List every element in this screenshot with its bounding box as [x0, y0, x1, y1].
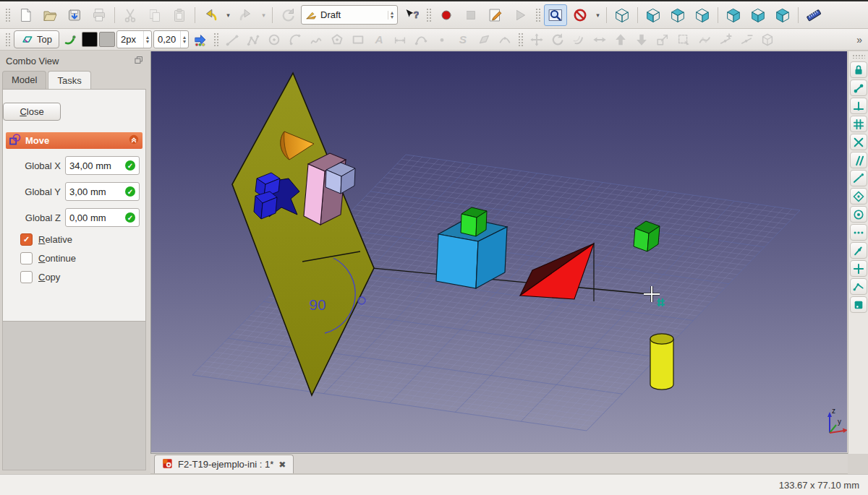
macro-play-button[interactable]	[509, 4, 532, 26]
global-y-input[interactable]: 3,00 mm✓	[65, 182, 140, 201]
draft-dimension-button[interactable]	[390, 30, 409, 48]
draft-rectangle-button[interactable]	[348, 30, 367, 48]
copy-checkbox[interactable]	[20, 271, 33, 283]
line-width-spin-arrows[interactable]: ▴▾	[143, 31, 151, 48]
snap-special-button[interactable]	[850, 242, 867, 259]
snap-near-button[interactable]	[850, 260, 867, 277]
draft-wire-button[interactable]	[243, 30, 263, 48]
new-file-button[interactable]	[14, 4, 37, 26]
snap-lock-button[interactable]	[850, 61, 867, 78]
view-front-button[interactable]	[642, 4, 665, 26]
open-file-button[interactable]	[38, 4, 61, 26]
draft-line-button[interactable]	[222, 30, 242, 48]
draft-circle-button[interactable]	[264, 30, 284, 48]
save-button[interactable]	[63, 4, 86, 26]
workbench-selector[interactable]: Draft▴▾	[301, 5, 398, 25]
fit-all-button[interactable]	[544, 4, 567, 26]
copy-button[interactable]	[143, 4, 166, 26]
draft-downgrade-button[interactable]	[631, 30, 651, 48]
snap-angle-button[interactable]	[850, 188, 867, 205]
toolbar-overflow[interactable]: »	[854, 34, 865, 46]
snap-intersection-button[interactable]	[850, 134, 867, 150]
draft-trimex-button[interactable]	[590, 30, 609, 48]
global-z-input[interactable]: 0,00 mm✓	[65, 208, 140, 227]
draft-scale-button[interactable]	[652, 30, 672, 48]
working-plane-button[interactable]: Top	[14, 30, 59, 48]
undo-dropdown[interactable]: ▾	[224, 6, 233, 25]
cut-button[interactable]	[119, 4, 142, 26]
whats-this-button[interactable]: ?	[399, 4, 422, 26]
snap-parallel-button[interactable]	[850, 152, 867, 168]
refresh-button[interactable]	[276, 4, 299, 26]
macro-stop-button[interactable]	[459, 4, 482, 26]
document-tab[interactable]: F2-T19-ejemplo-ini : 1* ✖	[154, 455, 294, 473]
viewport-3d-scene[interactable]: 90 z y x	[151, 51, 847, 452]
snap-dimensions-button[interactable]	[850, 278, 867, 295]
draft-rotate-button[interactable]	[548, 30, 567, 48]
face-color-swatch[interactable]	[99, 32, 115, 47]
toolbar-grip[interactable]	[518, 33, 523, 47]
text-scale-spin-arrows[interactable]: ▴▾	[180, 31, 188, 48]
draft-bspline-button[interactable]	[306, 30, 326, 48]
view-bottom-button[interactable]	[746, 4, 770, 26]
draft-offset-button[interactable]	[569, 30, 588, 48]
view-rear-button[interactable]	[722, 4, 745, 26]
draft-del-point-button[interactable]	[736, 30, 756, 48]
snap-toolbar-grip[interactable]	[852, 54, 865, 59]
draft-facebinder-button[interactable]	[474, 30, 493, 48]
snap-working-plane-button[interactable]	[850, 296, 867, 313]
combo-spin-arrows[interactable]: ▴▾	[388, 11, 396, 20]
object-green-cube-small[interactable]	[461, 207, 487, 236]
view-top-button[interactable]	[666, 4, 689, 26]
macro-edit-button[interactable]	[484, 4, 507, 26]
tab-tasks[interactable]: Tasks	[48, 71, 90, 90]
draft-arc-button[interactable]	[285, 30, 305, 48]
draft-move-button[interactable]	[527, 30, 546, 48]
measure-button[interactable]	[802, 4, 825, 26]
snap-endpoint-button[interactable]	[850, 79, 867, 96]
toolbar-grip[interactable]	[213, 33, 218, 47]
text-scale-spin[interactable]: 0,20▴▾	[153, 30, 189, 48]
draft-add-point-button[interactable]	[715, 30, 735, 48]
toolbar-grip[interactable]	[5, 8, 10, 22]
draft-polygon-button[interactable]	[327, 30, 346, 48]
snap-center-button[interactable]	[850, 206, 867, 223]
draft-text-button[interactable]: A	[369, 30, 388, 48]
draft-shape2dview-button[interactable]	[757, 30, 777, 48]
snap-perpendicular-button[interactable]	[850, 98, 867, 114]
redo-dropdown[interactable]: ▾	[259, 6, 268, 25]
view-right-button[interactable]	[691, 4, 714, 26]
collapse-icon[interactable]	[128, 134, 140, 148]
close-button[interactable]: Close	[3, 103, 61, 121]
toolbar-grip[interactable]	[5, 33, 10, 47]
redo-button[interactable]	[234, 4, 258, 26]
relative-checkbox[interactable]: ✓	[20, 233, 33, 246]
snap-ortho-button[interactable]	[850, 224, 867, 241]
document-tab-close-icon[interactable]: ✖	[278, 460, 286, 470]
float-panel-icon[interactable]	[134, 55, 144, 67]
view-axonometric-button[interactable]	[610, 4, 634, 26]
move-task-header[interactable]: Move	[6, 132, 142, 149]
snap-extension-button[interactable]	[850, 170, 867, 186]
draw-style-dropdown[interactable]: ▾	[593, 6, 603, 25]
draft-point-button[interactable]	[432, 30, 451, 48]
draft-bezcurve-button[interactable]	[495, 30, 514, 48]
continue-checkbox[interactable]	[20, 252, 33, 264]
draft-bezier-button[interactable]	[411, 30, 430, 48]
global-x-input[interactable]: 34,00 mm✓	[65, 156, 140, 175]
undo-button[interactable]	[199, 4, 222, 26]
draw-style-button[interactable]	[569, 4, 592, 26]
draft-wire-to-bspline-button[interactable]	[694, 30, 714, 48]
snap-grid-button[interactable]	[850, 116, 867, 132]
draft-upgrade-button[interactable]	[610, 30, 630, 48]
viewport-3d[interactable]: 90 z y x	[150, 51, 848, 454]
toolbar-grip[interactable]	[426, 8, 431, 22]
draft-subelement-button[interactable]	[673, 30, 693, 48]
toolbar-grip[interactable]	[535, 8, 540, 22]
view-left-button[interactable]	[771, 4, 794, 26]
draft-shapestring-button[interactable]: S	[453, 30, 472, 48]
object-cylinder[interactable]	[650, 334, 673, 389]
print-button[interactable]	[88, 4, 111, 26]
line-width-spin[interactable]: 2px▴▾	[116, 30, 152, 48]
tab-model[interactable]: Model	[2, 71, 46, 89]
